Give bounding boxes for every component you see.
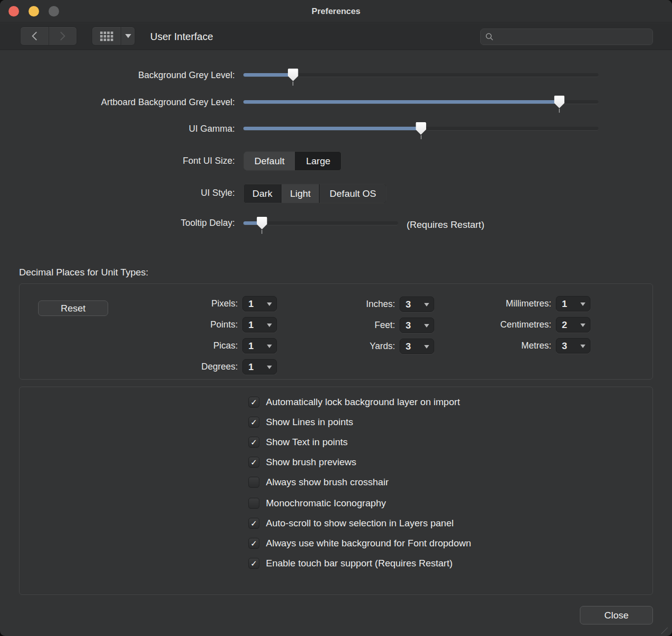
- checkbox[interactable]: [248, 498, 259, 509]
- centimetres-label: Centimetres:: [441, 317, 551, 333]
- ui-style-control: Dark Light Default OS: [243, 184, 387, 203]
- option-touch-bar: Enable touch bar support (Requires Resta…: [248, 557, 453, 569]
- dropdown-arrow-icon: [267, 324, 272, 327]
- checkbox[interactable]: [248, 477, 259, 488]
- reset-button[interactable]: Reset: [38, 300, 108, 316]
- yards-select[interactable]: 3: [400, 339, 434, 354]
- slider-fill: [243, 127, 421, 130]
- slider-fill: [243, 73, 293, 77]
- font-size-default-option[interactable]: Default: [244, 152, 295, 170]
- inches-label: Inches:: [300, 296, 395, 312]
- background-grey-level-label: Background Grey Level:: [0, 69, 235, 82]
- option-show-brush-previews: Show brush previews: [248, 456, 357, 468]
- dropdown-arrow-icon: [580, 302, 585, 306]
- option-brush-crosshair: Always show brush crosshair: [248, 476, 389, 488]
- degrees-select[interactable]: 1: [242, 359, 277, 375]
- metres-value: 3: [562, 339, 567, 354]
- ui-style-default-os-option[interactable]: Default OS: [319, 184, 386, 203]
- search-field[interactable]: [480, 29, 653, 45]
- option-label: Always show brush crosshair: [266, 477, 389, 488]
- slider-thumb[interactable]: [554, 96, 565, 108]
- picas-value: 1: [248, 339, 254, 354]
- page-title: User Interface: [150, 23, 213, 50]
- checkbox[interactable]: [248, 518, 259, 529]
- nav-button-group: [20, 27, 77, 46]
- sections-grid-button[interactable]: [92, 27, 121, 45]
- pixels-select[interactable]: 1: [242, 296, 277, 311]
- checkbox[interactable]: [248, 558, 259, 569]
- tooltip-delay-slider[interactable]: [243, 221, 398, 225]
- ui-style-light-option[interactable]: Light: [281, 184, 319, 203]
- checkbox[interactable]: [248, 457, 259, 468]
- dropdown-arrow-icon: [580, 345, 585, 348]
- feet-value: 3: [406, 318, 411, 333]
- tooltip-delay-label: Tooltip Delay:: [0, 216, 235, 229]
- option-white-font-dropdown: Always use white background for Font dro…: [248, 537, 471, 549]
- picas-label: Picas:: [131, 338, 238, 354]
- inches-value: 3: [406, 297, 411, 312]
- points-select[interactable]: 1: [242, 317, 277, 333]
- titlebar: Preferences: [0, 0, 672, 23]
- search-input[interactable]: [497, 33, 642, 42]
- inches-select[interactable]: 3: [400, 296, 434, 312]
- option-label: Show Text in points: [266, 437, 348, 448]
- slider-thumb[interactable]: [288, 69, 298, 81]
- picas-select[interactable]: 1: [242, 338, 277, 354]
- degrees-label: Degrees:: [131, 359, 238, 375]
- slider-tick: [559, 109, 560, 113]
- checkbox[interactable]: [248, 437, 259, 448]
- toolbar: User Interface: [0, 23, 672, 50]
- forward-button[interactable]: [49, 27, 77, 45]
- millimetres-select[interactable]: 1: [556, 296, 590, 311]
- resize-handle[interactable]: [661, 627, 667, 634]
- chevron-right-icon: [59, 31, 67, 41]
- slider-thumb[interactable]: [257, 217, 267, 229]
- slider-thumb[interactable]: [416, 122, 426, 135]
- slider-tick: [421, 135, 422, 139]
- feet-select[interactable]: 3: [400, 317, 434, 333]
- dropdown-arrow-icon: [580, 324, 585, 327]
- checkbox[interactable]: [248, 397, 259, 408]
- centimetres-value: 2: [562, 317, 567, 333]
- option-label: Always use white background for Font dro…: [266, 538, 471, 549]
- millimetres-label: Millimetres:: [441, 296, 551, 311]
- option-monochromatic-iconography: Monochromatic Iconography: [248, 497, 386, 509]
- slider-tick: [292, 82, 293, 86]
- dropdown-arrow-icon: [424, 324, 429, 328]
- window-title: Preferences: [0, 0, 672, 23]
- yards-label: Yards:: [300, 339, 395, 354]
- search-icon: [485, 33, 494, 41]
- ui-gamma-label: UI Gamma:: [0, 122, 235, 135]
- artboard-grey-level-slider[interactable]: [243, 100, 598, 104]
- font-size-large-option[interactable]: Large: [295, 152, 341, 170]
- ui-gamma-slider[interactable]: [243, 127, 598, 130]
- dropdown-arrow-icon: [424, 345, 429, 349]
- option-label: Automatically lock background layer on i…: [266, 397, 460, 408]
- checkbox[interactable]: [248, 417, 259, 428]
- metres-label: Metres:: [441, 338, 551, 354]
- back-button[interactable]: [21, 27, 49, 45]
- degrees-value: 1: [248, 360, 254, 375]
- checkbox[interactable]: [248, 538, 259, 549]
- font-ui-size-control: Default Large: [243, 151, 342, 171]
- decimal-places-heading: Decimal Places for Unit Types:: [19, 267, 148, 278]
- slider-tick: [261, 230, 262, 234]
- option-show-text-points: Show Text in points: [248, 436, 348, 448]
- background-grey-level-slider[interactable]: [243, 73, 598, 77]
- ui-style-label: UI Style:: [0, 186, 235, 199]
- artboard-grey-level-label: Artboard Background Grey Level:: [0, 96, 235, 109]
- points-label: Points:: [131, 317, 238, 333]
- option-autoscroll-layers: Auto-scroll to show selection in Layers …: [248, 517, 454, 529]
- option-show-lines-points: Show Lines in points: [248, 416, 353, 428]
- close-button[interactable]: Close: [580, 606, 653, 624]
- pixels-label: Pixels:: [131, 296, 238, 311]
- centimetres-select[interactable]: 2: [556, 317, 590, 333]
- points-value: 1: [248, 317, 254, 333]
- dropdown-arrow-icon: [267, 366, 272, 369]
- sections-dropdown-button[interactable]: [121, 27, 135, 45]
- metres-select[interactable]: 3: [556, 338, 590, 354]
- dropdown-arrow-icon: [267, 345, 272, 348]
- ui-style-dark-option[interactable]: Dark: [244, 184, 281, 203]
- dropdown-arrow-icon: [267, 302, 272, 306]
- option-label: Monochromatic Iconography: [266, 498, 386, 509]
